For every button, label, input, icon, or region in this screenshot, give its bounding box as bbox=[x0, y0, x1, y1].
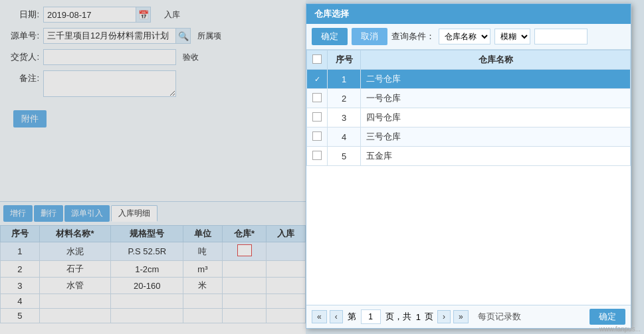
next-page-button[interactable]: › bbox=[437, 310, 451, 323]
dialog-table: 序号 仓库名称 1 二号仓库 2 一号仓库 bbox=[306, 50, 631, 166]
row-seq-2: 2 bbox=[328, 89, 361, 108]
page-number-input[interactable] bbox=[361, 309, 381, 324]
col-seq-header: 序号 bbox=[328, 50, 361, 70]
dialog-cancel-button[interactable]: 取消 bbox=[352, 28, 387, 45]
row-checkbox-cell[interactable] bbox=[307, 127, 328, 147]
query-field-select[interactable]: 仓库名称 仓库编码 bbox=[439, 29, 490, 44]
watermark: www.fanpus... bbox=[599, 325, 641, 333]
row-checkbox-cell[interactable] bbox=[307, 70, 328, 89]
header-checkbox[interactable] bbox=[312, 54, 322, 64]
row-checkbox-5[interactable] bbox=[312, 151, 322, 160]
dialog-confirm-button[interactable]: 确定 bbox=[312, 28, 348, 45]
query-input[interactable] bbox=[534, 29, 588, 44]
row-checkbox-cell[interactable] bbox=[307, 147, 328, 166]
row-seq-3: 3 bbox=[328, 108, 361, 127]
dialog-title: 仓库选择 bbox=[314, 8, 349, 20]
dialog-table-row-5[interactable]: 5 五金库 bbox=[307, 147, 631, 166]
row-checkbox-3[interactable] bbox=[312, 112, 322, 122]
first-page-button[interactable]: « bbox=[312, 310, 327, 323]
col-name-header: 仓库名称 bbox=[361, 50, 631, 70]
row-seq-4: 4 bbox=[328, 127, 361, 147]
col-checkbox-header bbox=[307, 50, 328, 70]
dialog-toolbar: 确定 取消 查询条件： 仓库名称 仓库编码 模糊 精确 bbox=[306, 24, 631, 50]
row-name-3: 四号仓库 bbox=[361, 108, 631, 127]
last-page-button[interactable]: » bbox=[453, 310, 469, 323]
row-checkbox-cell[interactable] bbox=[307, 108, 328, 127]
dialog-footer: « ‹ 第 页，共 1 页 › » 每页记录数 确定 bbox=[306, 305, 631, 328]
dialog-table-row-2[interactable]: 2 一号仓库 bbox=[307, 89, 631, 108]
query-mode-select[interactable]: 模糊 精确 bbox=[494, 29, 530, 44]
prev-page-button[interactable]: ‹ bbox=[330, 310, 343, 323]
row-name-5: 五金库 bbox=[361, 147, 631, 166]
dialog-table-row-1[interactable]: 1 二号仓库 bbox=[307, 70, 631, 89]
total-pages: 1 bbox=[416, 312, 421, 322]
row-name-1: 二号仓库 bbox=[361, 70, 631, 89]
dialog-table-row-4[interactable]: 4 三号仓库 bbox=[307, 127, 631, 147]
page-suffix: 页，共 bbox=[385, 311, 411, 323]
row-name-4: 三号仓库 bbox=[361, 127, 631, 147]
page-prefix: 第 bbox=[348, 311, 356, 323]
row-checkbox-2[interactable] bbox=[312, 93, 322, 102]
records-per-page-label: 每页记录数 bbox=[478, 311, 521, 323]
query-label: 查询条件： bbox=[391, 31, 435, 42]
row-checkbox-cell[interactable] bbox=[307, 89, 328, 108]
total-suffix: 页 bbox=[425, 311, 433, 323]
footer-confirm-button[interactable]: 确定 bbox=[590, 309, 625, 325]
row-seq-5: 5 bbox=[328, 147, 361, 166]
row-checkbox-1[interactable] bbox=[312, 75, 322, 84]
row-seq-1: 1 bbox=[328, 70, 361, 89]
dialog-title-bar: 仓库选择 bbox=[306, 4, 631, 24]
dialog-table-row-3[interactable]: 3 四号仓库 bbox=[307, 108, 631, 127]
dialog-table-area: 序号 仓库名称 1 二号仓库 2 一号仓库 bbox=[306, 50, 631, 305]
row-name-2: 一号仓库 bbox=[361, 89, 631, 108]
row-checkbox-4[interactable] bbox=[312, 131, 322, 141]
warehouse-selection-dialog: 仓库选择 确定 取消 查询条件： 仓库名称 仓库编码 模糊 精确 序号 仓库名称 bbox=[306, 3, 631, 329]
